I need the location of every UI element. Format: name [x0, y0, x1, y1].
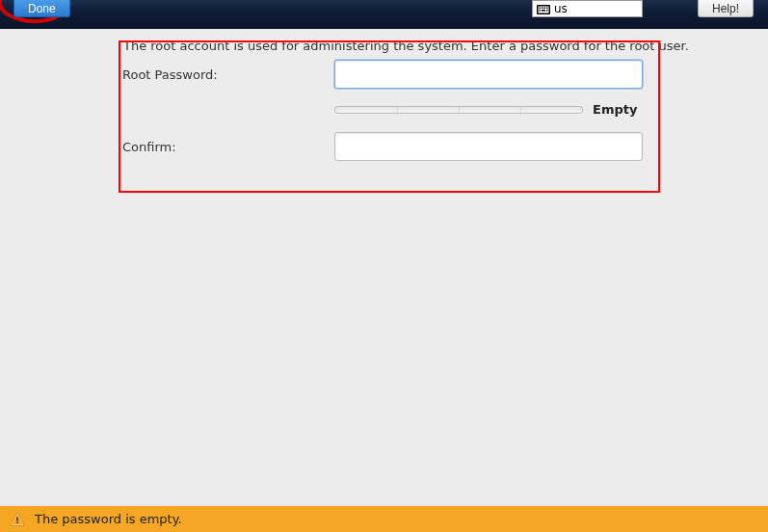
svg-rect-6 — [540, 10, 542, 12]
confirm-password-row: Confirm: — [122, 132, 662, 161]
root-password-label: Root Password: — [122, 67, 334, 82]
svg-rect-2 — [540, 8, 542, 10]
status-message: The password is empty. — [35, 512, 182, 526]
svg-rect-4 — [544, 8, 546, 10]
root-password-input[interactable] — [334, 60, 643, 89]
svg-rect-7 — [542, 10, 545, 12]
svg-rect-5 — [546, 8, 548, 10]
help-button[interactable]: Help! — [698, 0, 754, 17]
password-strength-row: Empty — [334, 102, 662, 117]
keyboard-icon — [537, 4, 550, 13]
warning-icon — [10, 512, 25, 527]
svg-rect-8 — [546, 10, 548, 12]
svg-rect-9 — [16, 517, 18, 520]
description-text: The root account is used for administeri… — [123, 39, 689, 53]
confirm-password-input[interactable] — [334, 132, 643, 161]
svg-rect-3 — [542, 8, 543, 10]
status-bar: The password is empty. — [0, 506, 768, 532]
svg-rect-10 — [16, 521, 18, 523]
confirm-password-label: Confirm: — [122, 140, 334, 154]
content-area: The root account is used for administeri… — [0, 29, 768, 44]
password-strength-label: Empty — [593, 102, 637, 117]
root-password-row: Root Password: — [122, 60, 662, 89]
password-form: Root Password: Empty Confirm: — [122, 60, 662, 174]
keyboard-layout-indicator[interactable]: us — [532, 0, 643, 17]
done-button[interactable]: Done — [13, 0, 70, 17]
password-strength-meter — [334, 106, 583, 114]
keyboard-layout-label: us — [554, 2, 568, 15]
top-bar: Done us Help! — [0, 0, 768, 29]
